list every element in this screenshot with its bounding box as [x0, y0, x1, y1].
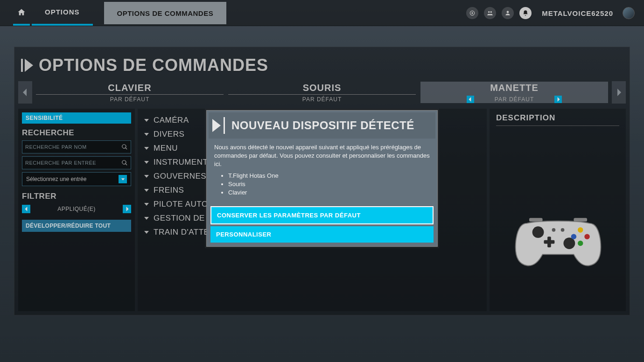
modal-text: Nous avons détecté le nouvel appareil su…	[214, 143, 430, 169]
description-panel: DESCRIPTION	[490, 109, 626, 311]
svg-rect-15	[529, 218, 543, 222]
input-select-dropdown[interactable]: Sélectionnez une entrée	[22, 172, 131, 186]
svg-point-13	[552, 228, 556, 232]
username-label: METALVOICE62520	[542, 9, 613, 17]
caret-down-icon	[144, 217, 149, 220]
svg-rect-16	[574, 218, 587, 222]
svg-point-8	[584, 234, 589, 239]
chevron-right-icon	[21, 59, 31, 72]
search-by-name[interactable]	[22, 140, 131, 153]
caret-down-icon	[144, 161, 149, 164]
avatar[interactable]	[623, 7, 635, 19]
keep-defaults-button[interactable]: CONSERVER LES PARAMÈTRES PAR DÉFAUT	[210, 206, 434, 224]
svg-point-4	[507, 11, 509, 13]
device-tabs-row: CLAVIER PAR DÉFAUT SOURIS PAR DÉFAUT MAN…	[14, 81, 630, 104]
device-subtitle: PAR DÉFAUT	[495, 96, 534, 103]
svg-point-14	[561, 228, 565, 232]
modal-device-item: T.Flight Hotas One	[228, 172, 430, 180]
description-heading: DESCRIPTION	[496, 113, 619, 126]
modal-header: NOUVEAU DISPOSITIF DÉTECTÉ	[209, 112, 435, 139]
new-device-modal: NOUVEAU DISPOSITIF DÉTECTÉ Nous avons dé…	[206, 110, 438, 247]
home-icon	[17, 8, 26, 16]
modal-device-item: Souris	[228, 180, 430, 188]
device-subtitle: PAR DÉFAUT	[36, 96, 224, 103]
caret-down-icon	[144, 133, 149, 136]
search-name-input[interactable]	[25, 144, 121, 150]
device-tab-controller[interactable]: MANETTE PAR DÉFAUT	[420, 82, 608, 103]
device-tabs: CLAVIER PAR DÉFAUT SOURIS PAR DÉFAUT MAN…	[36, 82, 608, 103]
svg-point-3	[490, 11, 492, 13]
device-subtitle: PAR DÉFAUT	[228, 96, 416, 103]
sidebar: SENSIBILITÉ RECHERCHE Sélectionnez une e…	[18, 109, 135, 311]
device-name: SOURIS	[228, 83, 416, 95]
device-name: MANETTE	[420, 83, 608, 94]
svg-point-1	[471, 12, 473, 14]
chevron-down-icon	[119, 175, 127, 183]
svg-rect-12	[547, 237, 551, 247]
svg-point-5	[532, 226, 544, 238]
device-name: CLAVIER	[36, 83, 224, 95]
filter-next-button[interactable]	[123, 205, 131, 213]
svg-point-9	[578, 241, 583, 246]
modal-device-list: T.Flight Hotas One Souris Clavier	[228, 172, 430, 197]
breadcrumb-options[interactable]: OPTIONS	[32, 0, 93, 26]
caret-down-icon	[144, 175, 149, 178]
friends-icon[interactable]	[484, 7, 496, 19]
filter-prev-button[interactable]	[22, 205, 30, 213]
topbar-right: METALVOICE62520	[466, 0, 635, 26]
device-next-button[interactable]	[612, 81, 626, 104]
modal-device-item: Clavier	[228, 188, 430, 197]
preset-prev-button[interactable]	[467, 96, 474, 103]
svg-point-7	[578, 227, 583, 232]
filter-switch[interactable]: APPLIQUÉ(E)	[22, 205, 131, 213]
category-label: MENU	[154, 144, 178, 153]
top-bar: OPTIONS OPTIONS DE COMMANDES METALVOICE6…	[0, 0, 644, 26]
controller-image	[509, 204, 607, 274]
caret-down-icon	[144, 189, 149, 192]
chevron-right-icon	[212, 117, 225, 134]
caret-down-icon	[144, 203, 149, 206]
category-label: DIVERS	[154, 130, 184, 139]
category-label: FREINS	[154, 186, 184, 195]
search-by-input[interactable]	[22, 156, 131, 169]
filter-section-label: FILTRER	[22, 192, 131, 201]
sensitivity-button[interactable]: SENSIBILITÉ	[22, 112, 131, 124]
customize-button[interactable]: PERSONNALISER	[210, 226, 434, 243]
panel-title-row: OPTIONS DE COMMANDES	[14, 47, 630, 81]
filter-value: APPLIQUÉ(E)	[32, 206, 121, 212]
device-tab-mouse[interactable]: SOURIS PAR DÉFAUT	[228, 82, 416, 103]
caret-down-icon	[144, 119, 149, 122]
svg-point-2	[488, 11, 490, 13]
expand-collapse-all-button[interactable]: DÉVELOPPER/RÉDUIRE TOUT	[22, 220, 131, 232]
svg-point-10	[571, 234, 576, 239]
preset-next-button[interactable]	[554, 96, 562, 103]
category-label: CAMÉRA	[154, 116, 189, 125]
modal-body: Nous avons détecté le nouvel appareil su…	[209, 139, 435, 204]
search-section-label: RECHERCHE	[22, 128, 131, 138]
device-tab-keyboard[interactable]: CLAVIER PAR DÉFAUT	[36, 82, 224, 103]
notifications-icon[interactable]	[519, 7, 532, 19]
target-icon[interactable]	[466, 7, 478, 19]
select-placeholder: Sélectionnez une entrée	[26, 176, 86, 182]
page-title: OPTIONS DE COMMANDES	[39, 56, 268, 75]
search-icon	[121, 160, 128, 166]
search-input-field[interactable]	[25, 160, 121, 166]
modal-title: NOUVEAU DISPOSITIF DÉTECTÉ	[231, 119, 414, 132]
profile-icon[interactable]	[502, 7, 514, 19]
caret-down-icon	[144, 231, 149, 234]
search-icon	[121, 144, 128, 150]
breadcrumb-control-options[interactable]: OPTIONS DE COMMANDES	[104, 2, 227, 24]
caret-down-icon	[144, 147, 149, 150]
home-button[interactable]	[13, 0, 30, 26]
device-prev-button[interactable]	[18, 81, 32, 104]
